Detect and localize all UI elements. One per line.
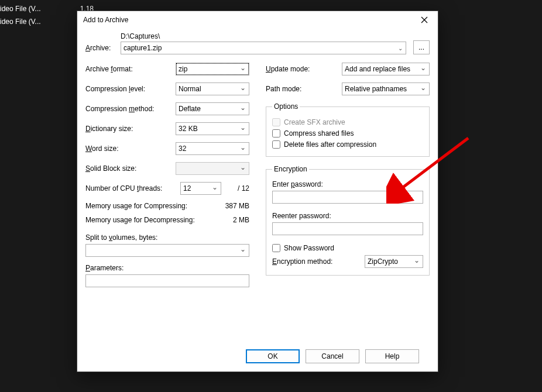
memory-decompress-label: Memory usage for Decompressing: xyxy=(85,216,214,224)
dictionary-size-select[interactable]: 32 KB xyxy=(176,122,249,135)
archive-label: Archive: xyxy=(85,44,114,54)
delete-after-row[interactable]: Delete files after compression xyxy=(272,140,423,149)
solid-block-size-select xyxy=(176,162,249,175)
enter-password-input[interactable] xyxy=(272,191,423,204)
titlebar: Add to Archive xyxy=(77,11,438,29)
encryption-legend: Encryption xyxy=(272,165,309,173)
archive-format-select[interactable]: zip xyxy=(176,63,249,75)
enter-password-label: Enter password: xyxy=(272,180,423,188)
archive-name-input[interactable] xyxy=(121,42,406,54)
add-to-archive-dialog: Add to Archive Archive: D:\Captures\ ⌄ .… xyxy=(77,11,438,372)
solid-block-size-label: Solid Block size: xyxy=(85,164,176,173)
encryption-method-label: Encryption method: xyxy=(272,257,365,266)
cpu-threads-select[interactable]: 12 xyxy=(180,182,221,195)
word-size-select[interactable]: 32 xyxy=(176,142,249,155)
show-password-label: Show Password xyxy=(284,244,334,252)
dictionary-size-label: Dictionary size: xyxy=(85,125,176,133)
dialog-title: Add to Archive xyxy=(83,16,416,24)
encryption-method-select[interactable]: ZipCrypto xyxy=(365,255,423,268)
memory-compress-label: Memory usage for Compressing: xyxy=(85,202,214,210)
reenter-password-input[interactable] xyxy=(272,222,423,235)
compress-shared-checkbox[interactable] xyxy=(272,129,280,137)
word-size-label: Word size: xyxy=(85,145,176,153)
delete-after-checkbox[interactable] xyxy=(272,140,280,149)
ok-button[interactable]: OK xyxy=(246,349,300,363)
archive-format-label: Archive format: xyxy=(85,65,176,73)
memory-decompress-value: 2 MB xyxy=(214,216,249,224)
create-sfx-row: Create SFX archive xyxy=(272,118,423,126)
create-sfx-label: Create SFX archive xyxy=(284,118,345,126)
bg-file-name: ideo File (V... xyxy=(0,18,86,26)
parameters-input[interactable] xyxy=(85,274,249,287)
compression-level-select[interactable]: Normal xyxy=(176,82,249,95)
update-mode-label: Update mode: xyxy=(266,65,342,73)
update-mode-select[interactable]: Add and replace files xyxy=(342,63,430,75)
bg-file-name: ideo File (V... xyxy=(0,5,80,13)
encryption-fieldset: Encryption Enter password: Reenter passw… xyxy=(266,165,430,276)
compress-shared-row[interactable]: Compress shared files xyxy=(272,129,423,137)
close-button[interactable] xyxy=(416,11,433,29)
split-volumes-label: Split to volumes, bytes: xyxy=(85,233,249,242)
parameters-label: Parameters: xyxy=(85,264,249,272)
reenter-password-label: Reenter password: xyxy=(272,212,423,220)
compression-level-label: Compression level: xyxy=(85,85,176,93)
memory-compress-value: 387 MB xyxy=(214,202,249,210)
compression-method-select[interactable]: Deflate xyxy=(176,102,249,115)
path-mode-select[interactable]: Relative pathnames xyxy=(342,82,430,95)
compress-shared-label: Compress shared files xyxy=(284,129,354,137)
delete-after-label: Delete files after compression xyxy=(284,140,376,149)
archive-path: D:\Captures\ xyxy=(121,32,406,40)
cancel-button[interactable]: Cancel xyxy=(306,349,359,363)
cpu-threads-label: Number of CPU threads: xyxy=(85,184,180,192)
browse-button[interactable]: ... xyxy=(413,40,430,54)
options-legend: Options xyxy=(272,102,300,111)
path-mode-label: Path mode: xyxy=(266,85,342,93)
create-sfx-checkbox xyxy=(272,118,280,126)
cpu-threads-max: / 12 xyxy=(232,184,249,192)
show-password-row[interactable]: Show Password xyxy=(272,244,423,252)
compression-method-label: Compression method: xyxy=(85,105,176,113)
help-button[interactable]: Help xyxy=(365,349,419,363)
options-fieldset: Options Create SFX archive Compress shar… xyxy=(266,102,430,157)
show-password-checkbox[interactable] xyxy=(272,244,280,252)
split-volumes-select[interactable] xyxy=(85,244,249,257)
close-icon xyxy=(421,16,428,23)
